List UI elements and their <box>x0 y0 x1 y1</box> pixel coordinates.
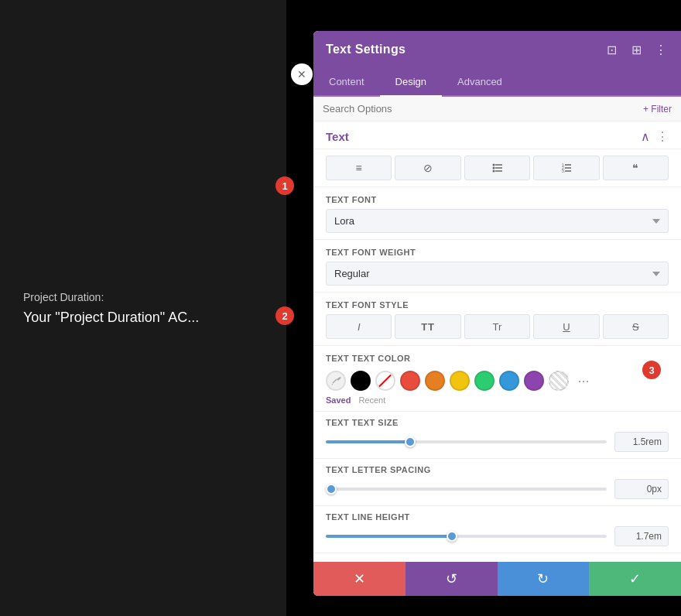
more-colors-btn[interactable]: ··· <box>573 371 594 391</box>
font-weight-select[interactable]: Regular <box>326 262 669 286</box>
confirm-icon: ✓ <box>629 570 641 587</box>
align-center-btn[interactable]: ≡ <box>326 156 392 180</box>
line-height-label: Text Line Height <box>326 512 669 522</box>
section-controls: ∧ ⋮ <box>641 129 669 144</box>
uppercase-btn[interactable]: TT <box>395 314 460 339</box>
align-list-btn[interactable] <box>464 156 530 180</box>
cancel-button[interactable]: ✕ <box>313 562 406 596</box>
panel-title: Text Settings <box>326 43 406 56</box>
section-header: Text ∧ ⋮ <box>313 121 681 149</box>
badge-2: 2 <box>275 306 294 325</box>
bg-label: Project Duration: <box>23 291 263 303</box>
text-size-track[interactable] <box>326 440 607 443</box>
search-bar: + Filter <box>313 97 681 121</box>
redo-button[interactable]: ↻ <box>498 562 590 596</box>
columns-icon[interactable]: ⊞ <box>628 42 644 57</box>
font-label: Text Font <box>326 195 669 204</box>
letter-spacing-group: Text Letter Spacing 0px <box>313 459 681 506</box>
panel-close-button[interactable]: ✕ <box>291 63 313 85</box>
strikethrough-btn[interactable]: S <box>603 314 669 339</box>
alignment-row: ≡ ⊘ 1.2.3. ❝ <box>313 149 681 187</box>
badge-1: 1 <box>275 176 294 195</box>
color-transparent[interactable] <box>375 371 395 391</box>
header-icons: ⊡ ⊞ ⋮ <box>604 42 669 57</box>
text-size-fill <box>326 440 410 443</box>
svg-point-3 <box>492 167 494 169</box>
font-style-field-group: Text Font Style I TT Tr U S <box>313 293 681 346</box>
section-more-icon[interactable]: ⋮ <box>656 129 669 144</box>
color-orange[interactable] <box>425 371 445 391</box>
letter-spacing-value[interactable]: 0px <box>614 479 669 499</box>
svg-line-12 <box>333 379 337 383</box>
undo-icon: ↺ <box>446 570 457 587</box>
svg-text:3.: 3. <box>562 169 565 173</box>
align-none-btn[interactable]: ⊘ <box>395 156 460 180</box>
recent-label[interactable]: Recent <box>358 395 385 405</box>
letter-spacing-thumb[interactable] <box>326 484 337 495</box>
svg-point-5 <box>492 170 494 173</box>
settings-panel: Text Settings ⊡ ⊞ ⋮ Content Design Advan… <box>313 31 681 596</box>
eyedropper-btn[interactable] <box>326 371 346 391</box>
color-yellow[interactable] <box>450 371 470 391</box>
saved-label[interactable]: Saved <box>326 395 351 405</box>
collapse-icon[interactable]: ∧ <box>641 129 650 144</box>
color-red[interactable] <box>400 371 420 391</box>
responsive-icon[interactable]: ⊡ <box>604 42 619 57</box>
font-select[interactable]: Lora <box>326 209 669 233</box>
font-field-group: Text Font Lora <box>313 187 681 240</box>
color-saved-recent-row: Saved Recent <box>326 395 669 405</box>
font-weight-label: Text Font Weight <box>326 248 669 257</box>
underline-btn[interactable]: U <box>533 314 599 339</box>
bottom-bar: ✕ ↺ ↻ ✓ <box>313 562 681 596</box>
more-icon[interactable]: ⋮ <box>653 42 669 57</box>
svg-point-1 <box>492 164 494 166</box>
text-size-group: Text Text Size 1.5rem <box>313 412 681 459</box>
italic-btn[interactable]: I <box>326 314 392 339</box>
badge-3: 3 <box>642 361 661 379</box>
text-size-label: Text Text Size <box>326 418 669 427</box>
tab-content[interactable]: Content <box>313 68 380 97</box>
search-input[interactable] <box>323 103 643 115</box>
confirm-button[interactable]: ✓ <box>589 562 681 596</box>
text-size-thumb[interactable] <box>405 436 416 447</box>
tab-design[interactable]: Design <box>380 68 442 97</box>
line-height-track[interactable] <box>326 535 607 538</box>
color-black[interactable] <box>351 371 371 391</box>
align-ordered-btn[interactable]: 1.2.3. <box>533 156 599 180</box>
text-color-field-group: Text Text Color ··· Saved Recent <box>313 346 681 412</box>
font-style-label: Text Font Style <box>326 300 669 310</box>
tab-advanced[interactable]: Advanced <box>442 68 518 97</box>
line-height-fill <box>326 535 452 538</box>
panel-content: Text ∧ ⋮ ≡ ⊘ 1.2.3. ❝ Text Font Lora <box>313 121 681 562</box>
font-style-row: I TT Tr U S <box>326 314 669 339</box>
text-size-value[interactable]: 1.5rem <box>614 432 669 452</box>
cancel-icon: ✕ <box>354 570 365 587</box>
section-title: Text <box>326 130 349 143</box>
text-size-row: 1.5rem <box>326 432 669 452</box>
panel-header: Text Settings ⊡ ⊞ ⋮ <box>313 31 681 68</box>
line-height-value[interactable]: 1.7em <box>614 526 669 546</box>
undo-button[interactable]: ↺ <box>406 562 498 596</box>
tab-bar: Content Design Advanced <box>313 68 681 97</box>
color-purple[interactable] <box>524 371 544 391</box>
redo-icon: ↻ <box>537 570 549 587</box>
font-weight-field-group: Text Font Weight Regular <box>313 240 681 293</box>
color-striped[interactable] <box>549 371 569 391</box>
letter-spacing-track[interactable] <box>326 488 607 491</box>
color-swatches-row: ··· <box>326 368 669 392</box>
letter-spacing-label: Text Letter Spacing <box>326 465 669 474</box>
capitalize-btn[interactable]: Tr <box>464 314 530 339</box>
line-height-group: Text Line Height 1.7em <box>313 506 681 553</box>
letter-spacing-row: 0px <box>326 479 669 499</box>
text-color-label: Text Text Color <box>326 354 669 363</box>
line-height-row: 1.7em <box>326 526 669 546</box>
color-blue[interactable] <box>499 371 519 391</box>
bg-text: Your "Project Duration" AC... <box>23 310 263 326</box>
align-quote-btn[interactable]: ❝ <box>603 156 669 180</box>
line-height-thumb[interactable] <box>447 531 457 542</box>
text-shadow-group: Text Shadow aA aA aA aA aA <box>313 553 681 562</box>
background-area: Project Duration: Your "Project Duration… <box>0 0 286 616</box>
filter-button[interactable]: + Filter <box>643 104 672 115</box>
color-green[interactable] <box>474 371 494 391</box>
